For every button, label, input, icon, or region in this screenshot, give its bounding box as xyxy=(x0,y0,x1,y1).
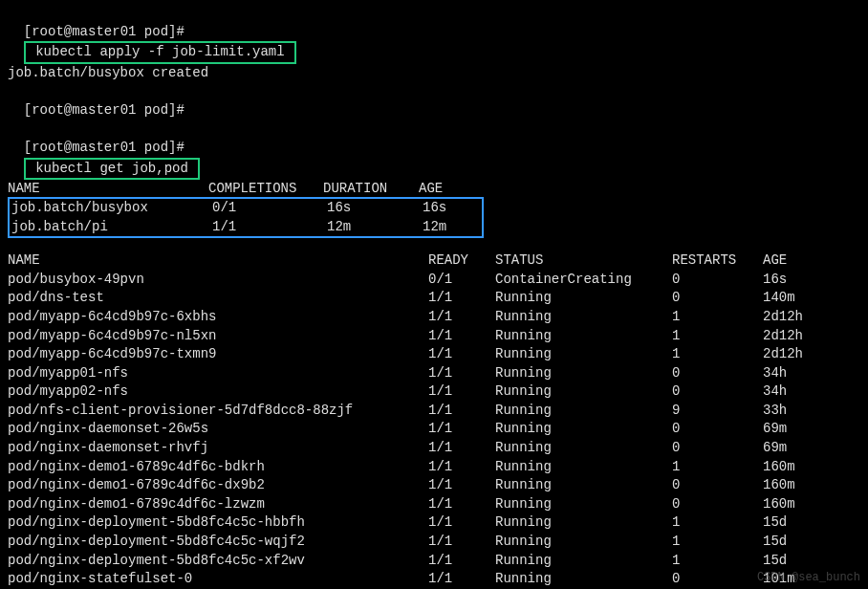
table-row: pod/nginx-deployment-5bd8fc4c5c-xf2wv1/1… xyxy=(8,552,860,571)
pod-age: 160m xyxy=(763,476,839,495)
pod-name: pod/nginx-deployment-5bd8fc4c5c-xf2wv xyxy=(8,552,428,571)
table-row: pod/nginx-demo1-6789c4df6c-bdkrh1/1Runni… xyxy=(8,458,860,477)
terminal-line: [root@master01 pod]# kubectl get job,pod xyxy=(8,120,860,181)
col-header-name: NAME xyxy=(8,251,428,271)
pod-status: Running xyxy=(495,533,672,552)
job-age: 16s xyxy=(423,199,480,218)
pod-table-body: pod/busybox-49pvn0/1ContainerCreating016… xyxy=(8,271,860,589)
pod-restarts: 0 xyxy=(672,364,763,383)
pod-status: Running xyxy=(495,552,672,571)
prompt: [root@master01 pod]# xyxy=(24,24,184,39)
pod-restarts: 0 xyxy=(672,289,763,308)
pod-ready: 1/1 xyxy=(428,570,495,589)
pod-status: Running xyxy=(495,345,672,364)
table-row: pod/myapp-6c4cd9b97c-nl5xn1/1Running12d1… xyxy=(8,327,860,346)
pod-restarts: 9 xyxy=(672,402,763,421)
table-row: pod/nginx-daemonset-26w5s1/1Running069m xyxy=(8,420,860,439)
pod-ready: 1/1 xyxy=(428,289,495,308)
pod-ready: 1/1 xyxy=(428,327,495,346)
pod-status: Running xyxy=(495,364,672,383)
col-header-status: STATUS xyxy=(495,251,672,271)
job-duration: 12m xyxy=(327,218,423,237)
pod-name: pod/nginx-daemonset-26w5s xyxy=(8,420,428,439)
pod-age: 69m xyxy=(763,420,839,439)
table-row: pod/nginx-daemonset-rhvfj1/1Running069m xyxy=(8,439,860,458)
job-age: 12m xyxy=(423,218,480,237)
pod-restarts: 0 xyxy=(672,420,763,439)
pod-status: Running xyxy=(495,402,672,421)
table-row: pod/myapp-6c4cd9b97c-txmn91/1Running12d1… xyxy=(8,345,860,364)
pod-name: pod/dns-test xyxy=(8,289,428,308)
pod-name: pod/myapp-6c4cd9b97c-txmn9 xyxy=(8,345,428,364)
pod-age: 15d xyxy=(763,533,839,552)
col-header-restarts: RESTARTS xyxy=(672,251,763,271)
job-completions: 1/1 xyxy=(212,218,327,237)
pod-restarts: 1 xyxy=(672,552,763,571)
pod-ready: 1/1 xyxy=(428,345,495,364)
pod-restarts: 1 xyxy=(672,513,763,533)
pod-status: Running xyxy=(495,289,672,308)
pod-ready: 1/1 xyxy=(428,382,495,402)
pod-age: 15d xyxy=(763,513,839,533)
pod-status: Running xyxy=(495,382,672,402)
table-row: pod/nginx-deployment-5bd8fc4c5c-hbbfh1/1… xyxy=(8,513,860,533)
pod-restarts: 1 xyxy=(672,327,763,346)
pod-status: Running xyxy=(495,513,672,533)
pod-restarts: 1 xyxy=(672,308,763,327)
pod-ready: 0/1 xyxy=(428,271,495,290)
table-row: job.batch/pi 1/1 12m 12m xyxy=(11,218,480,237)
pod-name: pod/myapp-6c4cd9b97c-nl5xn xyxy=(8,327,428,346)
pod-age: 2d12h xyxy=(763,308,839,327)
table-row: pod/busybox-49pvn0/1ContainerCreating016… xyxy=(8,271,860,290)
pod-age: 34h xyxy=(763,382,839,402)
table-row: pod/nginx-demo1-6789c4df6c-lzwzm1/1Runni… xyxy=(8,495,860,514)
command-kubectl-get: kubectl get job,pod xyxy=(24,158,200,181)
terminal-line: [root@master01 pod]# kubectl apply -f jo… xyxy=(8,4,860,64)
pod-ready: 1/1 xyxy=(428,402,495,421)
pod-restarts: 0 xyxy=(672,476,763,495)
pod-status: Running xyxy=(495,458,672,477)
pod-ready: 1/1 xyxy=(428,513,495,533)
job-name: job.batch/pi xyxy=(11,218,212,237)
col-header-age: AGE xyxy=(763,251,839,271)
pod-age: 2d12h xyxy=(763,345,839,364)
watermark: CSDN @sea_bunch xyxy=(757,570,860,586)
pod-age: 160m xyxy=(763,458,839,477)
table-row: pod/nfs-client-provisioner-5d7df8dcc8-88… xyxy=(8,402,860,421)
pod-age: 33h xyxy=(763,402,839,421)
table-row: pod/dns-test1/1Running0140m xyxy=(8,289,860,308)
table-row: pod/nginx-demo1-6789c4df6c-dx9b21/1Runni… xyxy=(8,476,860,495)
pod-ready: 1/1 xyxy=(428,439,495,458)
pod-ready: 1/1 xyxy=(428,495,495,514)
pod-age: 34h xyxy=(763,364,839,383)
prompt: [root@master01 pod]# xyxy=(24,140,184,155)
terminal-line: [root@master01 pod]# xyxy=(8,82,860,120)
pod-name: pod/nginx-demo1-6789c4df6c-bdkrh xyxy=(8,458,428,477)
pod-ready: 1/1 xyxy=(428,308,495,327)
pod-status: Running xyxy=(495,439,672,458)
pod-age: 15d xyxy=(763,552,839,571)
pod-name: pod/nginx-deployment-5bd8fc4c5c-wqjf2 xyxy=(8,533,428,552)
pod-restarts: 1 xyxy=(672,533,763,552)
col-header-ready: READY xyxy=(428,251,495,271)
pod-name: pod/myapp01-nfs xyxy=(8,364,428,383)
pod-name: pod/nginx-demo1-6789c4df6c-lzwzm xyxy=(8,495,428,514)
pod-age: 140m xyxy=(763,289,839,308)
pod-ready: 1/1 xyxy=(428,476,495,495)
pod-restarts: 1 xyxy=(672,345,763,364)
pod-name: pod/nfs-client-provisioner-5d7df8dcc8-88… xyxy=(8,402,428,421)
pod-status: Running xyxy=(495,570,672,589)
command-kubectl-apply: kubectl apply -f job-limit.yaml xyxy=(24,41,296,64)
pod-age: 160m xyxy=(763,495,839,514)
pod-header-row: NAME READY STATUS RESTARTS AGE xyxy=(8,251,860,271)
pod-restarts: 0 xyxy=(672,570,763,589)
pod-status: ContainerCreating xyxy=(495,271,672,290)
table-row: pod/myapp-6c4cd9b97c-6xbhs1/1Running12d1… xyxy=(8,308,860,327)
pod-name: pod/busybox-49pvn xyxy=(8,271,428,290)
pod-name: pod/myapp-6c4cd9b97c-6xbhs xyxy=(8,308,428,327)
table-row: pod/myapp02-nfs1/1Running034h xyxy=(8,382,860,402)
pod-name: pod/nginx-daemonset-rhvfj xyxy=(8,439,428,458)
pod-ready: 1/1 xyxy=(428,364,495,383)
job-duration: 16s xyxy=(327,199,423,218)
pod-name: pod/myapp02-nfs xyxy=(8,382,428,402)
